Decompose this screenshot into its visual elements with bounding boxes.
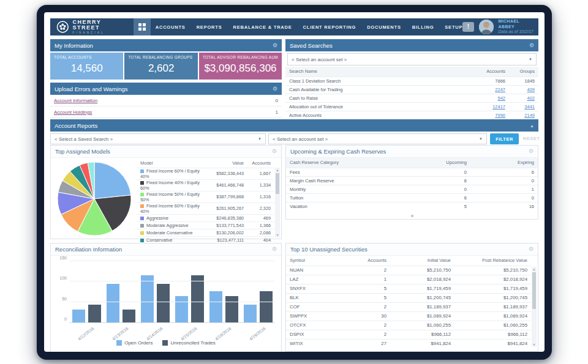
bar[interactable]: [123, 310, 135, 322]
stat-card[interactable]: TOTAL ACCOUNTS 14,560: [50, 53, 123, 80]
filter-button[interactable]: FILTER: [490, 133, 519, 144]
gear-icon[interactable]: ⚙: [273, 43, 277, 48]
count-link[interactable]: 12417: [492, 104, 505, 110]
table-row[interactable]: Fixed Income 40% / Equity 60% $461,466,7…: [137, 179, 274, 191]
legend-item[interactable]: Unreconciled Trades: [162, 340, 215, 346]
table-row[interactable]: Class 1 Deviation Search 78661845: [285, 76, 538, 85]
nav-item-rebalance-trade[interactable]: REBALANCE & TRADE: [233, 24, 292, 30]
bar[interactable]: [141, 275, 154, 322]
count-link[interactable]: 542: [497, 95, 505, 101]
upload-link[interactable]: Account Information: [54, 98, 97, 103]
bar[interactable]: [72, 310, 85, 322]
table-row[interactable]: OTCFX 2$1,060,255$1,060,255: [286, 321, 531, 330]
table-row[interactable]: LAZ 1$2,018,924$2,018,924: [286, 275, 531, 284]
table-row[interactable]: COF 2$1,189,937$1,189,937: [286, 302, 531, 311]
account-set-select[interactable]: < Select an account set > ▼: [287, 53, 537, 65]
bar[interactable]: [175, 296, 188, 322]
user-name[interactable]: MICHAEL ABBEY: [499, 19, 533, 29]
unassigned-scrollbar[interactable]: ▲ ▼: [532, 267, 537, 347]
stat-card[interactable]: TOTAL ADVISOR REBALANCING AUM $3,090,856…: [199, 53, 282, 80]
nav-item-documents[interactable]: DOCUMENTS: [367, 24, 401, 30]
pager-dot[interactable]: [411, 215, 413, 217]
table-row[interactable]: Allocation out of Tolerance 124173441: [285, 102, 538, 111]
scroll-thumb[interactable]: [276, 173, 279, 194]
col-accounts[interactable]: Accounts: [247, 159, 274, 168]
count-link[interactable]: 3441: [524, 104, 535, 110]
col-accounts[interactable]: Accounts: [347, 256, 390, 266]
gear-icon[interactable]: ⚙: [529, 43, 534, 48]
table-row[interactable]: Cash Available for Trading 2247409: [285, 85, 538, 94]
col-value[interactable]: Value: [209, 159, 247, 168]
col-initial-value[interactable]: Initial Value: [390, 256, 454, 266]
col-search-name[interactable]: Search Name: [285, 67, 473, 76]
saved-search-select[interactable]: < Select a Saved Search > ▼: [50, 133, 266, 144]
table-row[interactable]: Fixed Income 60% / Equity 40% $261,905,2…: [137, 202, 274, 214]
notification-alert-icon[interactable]: !: [462, 22, 473, 32]
table-row[interactable]: SWPPX 30$1,089,924$1,089,924: [286, 311, 531, 321]
col-category[interactable]: Cash Reserve Category: [286, 158, 397, 168]
table-row[interactable]: SNXFX 5$1,719,459$1,719,459: [286, 284, 531, 293]
table-row[interactable]: Moderate Conservative $130,206,0022,086: [137, 229, 274, 236]
table-row[interactable]: Fees 06: [286, 168, 538, 176]
models-pie-chart[interactable]: Fixed Income 60% / Equity 40%Fixed Incom…: [56, 160, 133, 237]
brand-logo[interactable]: CHERRY STREET FINANCIAL: [50, 20, 134, 35]
count-link[interactable]: 402: [527, 95, 535, 101]
table-row[interactable]: Margin Cash Reserve 60: [286, 176, 538, 185]
nav-item-billing[interactable]: BILLING: [412, 24, 434, 30]
bar[interactable]: [191, 275, 204, 322]
gear-icon[interactable]: ⚙: [272, 247, 277, 252]
gear-icon[interactable]: ⚙: [273, 86, 277, 92]
table-row[interactable]: Vacation 516: [286, 202, 538, 210]
count-link[interactable]: 7990: [495, 113, 505, 118]
bar[interactable]: [88, 305, 101, 322]
table-row[interactable]: Active Accounts 79902149: [285, 111, 538, 119]
account-set-select-2[interactable]: < Select an account set > ▼: [268, 133, 487, 144]
reset-button[interactable]: RESET: [523, 136, 540, 141]
nav-item-client-reporting[interactable]: CLIENT REPORTING: [303, 24, 356, 30]
legend-item[interactable]: Open Orders: [116, 340, 153, 346]
table-row[interactable]: DSPIX 2$966,112$966,112: [286, 330, 531, 339]
collapse-chevron-icon[interactable]: ▲: [530, 124, 534, 128]
col-post-rebalance-value[interactable]: Post Rebalance Value: [454, 256, 531, 266]
pie-slice[interactable]: Fixed Income 60% / Equity 40%: [94, 162, 131, 199]
table-row[interactable]: BLK 5$1,200,745$1,200,745: [286, 293, 531, 302]
nav-item-reports[interactable]: REPORTS: [197, 24, 222, 30]
nav-item-accounts[interactable]: ACCOUNTS: [156, 24, 186, 30]
nav-item-setup[interactable]: SETUP: [445, 24, 462, 30]
col-groups[interactable]: Groups: [509, 67, 538, 76]
table-row[interactable]: Cash to Raise 542402: [285, 94, 538, 102]
gear-icon[interactable]: ⚙: [529, 149, 533, 154]
scroll-up-icon[interactable]: ▲: [532, 267, 537, 272]
bar[interactable]: [107, 284, 119, 322]
table-row[interactable]: Fixed Income 60% / Equity 40% $582,336,4…: [137, 168, 274, 179]
bar[interactable]: [225, 296, 238, 322]
col-accounts[interactable]: Accounts: [473, 67, 509, 76]
reconciliation-bar-chart[interactable]: 050100150 4/12/20164/13/20164/14/20164/1…: [51, 256, 281, 351]
gear-icon[interactable]: ⚙: [529, 247, 533, 252]
bar[interactable]: [157, 284, 170, 322]
upload-link[interactable]: Account Holdings: [54, 110, 92, 115]
table-row[interactable]: Monthly 01: [286, 185, 538, 193]
bar[interactable]: [209, 291, 222, 322]
table-row[interactable]: Moderate Aggressive $133,771,5431,366: [137, 221, 274, 229]
count-link[interactable]: 409: [527, 87, 535, 92]
bar[interactable]: [244, 305, 257, 322]
table-row[interactable]: Aggressive $246,835,380469: [137, 214, 274, 221]
bar[interactable]: [260, 291, 273, 322]
count-link[interactable]: 2149: [524, 113, 535, 118]
col-upcoming[interactable]: Upcoming: [397, 158, 470, 168]
table-row[interactable]: Fixed Income 50% / Equity 50% $387,799,8…: [137, 191, 274, 202]
count-link[interactable]: 2247: [495, 87, 505, 92]
scroll-thumb[interactable]: [532, 272, 536, 309]
col-symbol[interactable]: Symbol: [286, 256, 347, 266]
scroll-up-icon[interactable]: ▲: [275, 168, 280, 173]
table-row[interactable]: Tuition 60: [286, 193, 538, 202]
col-expiring[interactable]: Expiring: [470, 158, 538, 168]
gear-icon[interactable]: ⚙: [272, 149, 277, 154]
user-avatar[interactable]: [479, 20, 494, 34]
models-scrollbar[interactable]: ▲ ▼: [275, 168, 280, 237]
col-model[interactable]: Model: [137, 159, 209, 168]
scroll-down-icon[interactable]: ▼: [275, 232, 280, 237]
stat-card[interactable]: TOTAL REBALANCING GROUPS 2,602: [124, 53, 197, 80]
table-row[interactable]: WITIX 27$941,824$941,824: [286, 339, 531, 348]
